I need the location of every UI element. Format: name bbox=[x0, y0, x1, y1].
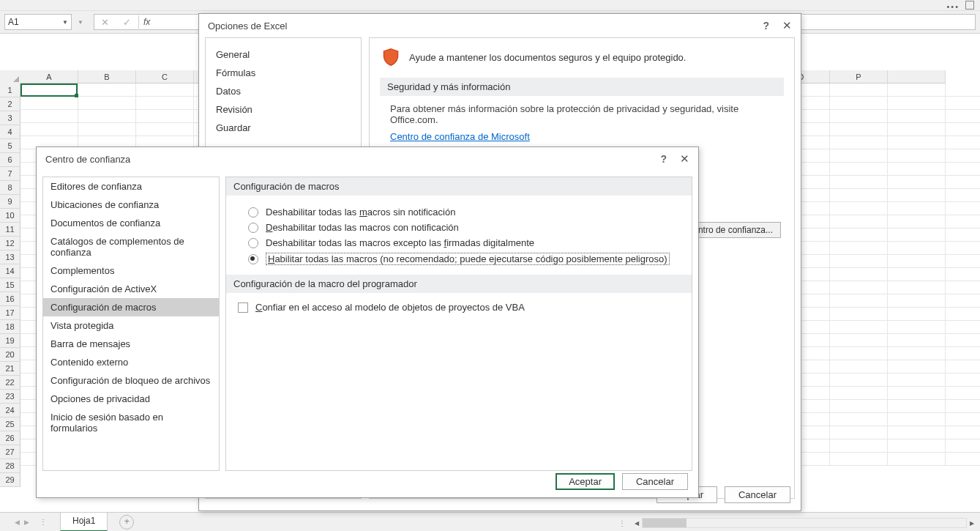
row-header[interactable]: 4 bbox=[0, 125, 20, 139]
prev-sheet-icon[interactable]: ◀ bbox=[15, 519, 20, 526]
cell[interactable] bbox=[946, 189, 980, 202]
cell[interactable] bbox=[888, 281, 946, 294]
cell[interactable] bbox=[830, 149, 888, 163]
trust-cancel-button[interactable]: Cancelar bbox=[622, 473, 688, 490]
cell[interactable] bbox=[136, 97, 194, 110]
cell[interactable] bbox=[830, 439, 888, 453]
row-header[interactable]: 10 bbox=[0, 209, 20, 223]
cell[interactable] bbox=[830, 321, 888, 334]
cell[interactable] bbox=[830, 163, 888, 176]
name-box[interactable]: A1 ▼ bbox=[4, 14, 72, 30]
trust-nav-item[interactable]: Vista protegida bbox=[43, 316, 219, 335]
cell[interactable] bbox=[946, 360, 980, 374]
more-icon[interactable]: ••• bbox=[946, 2, 960, 11]
cell[interactable] bbox=[946, 374, 980, 387]
cell[interactable] bbox=[888, 453, 946, 466]
cell[interactable] bbox=[946, 453, 980, 466]
cell[interactable] bbox=[888, 426, 946, 439]
cell[interactable] bbox=[830, 334, 888, 347]
scroll-menu-icon[interactable]: ⋮ bbox=[618, 519, 626, 527]
row-header[interactable]: 21 bbox=[0, 362, 20, 376]
cell[interactable] bbox=[888, 294, 946, 308]
cell[interactable] bbox=[946, 347, 980, 360]
cell[interactable] bbox=[20, 83, 78, 97]
row-header[interactable]: 28 bbox=[0, 459, 20, 473]
cell[interactable] bbox=[830, 400, 888, 413]
column-header[interactable]: P bbox=[830, 70, 888, 83]
row-header[interactable]: 25 bbox=[0, 417, 20, 431]
cell[interactable] bbox=[830, 136, 888, 149]
cell[interactable] bbox=[830, 110, 888, 123]
next-sheet-icon[interactable]: ▶ bbox=[24, 519, 29, 526]
row-header[interactable]: 5 bbox=[0, 139, 20, 153]
cell[interactable] bbox=[830, 97, 888, 110]
row-header[interactable]: 8 bbox=[0, 181, 20, 195]
cell[interactable] bbox=[946, 387, 980, 400]
cell[interactable] bbox=[946, 97, 980, 110]
row-header[interactable]: 3 bbox=[0, 111, 20, 125]
tab-menu-icon[interactable]: ⋮ bbox=[40, 518, 47, 526]
cell[interactable] bbox=[888, 439, 946, 453]
cell[interactable] bbox=[888, 347, 946, 360]
trust-nav-item[interactable]: Configuración de ActiveX bbox=[43, 280, 219, 298]
trust-nav-item[interactable]: Configuración de macros bbox=[43, 298, 219, 316]
cell[interactable] bbox=[136, 83, 194, 97]
cell[interactable] bbox=[946, 268, 980, 281]
cell[interactable] bbox=[888, 242, 946, 255]
cell[interactable] bbox=[830, 374, 888, 387]
trust-center-link[interactable]: Centro de confianza de Microsoft bbox=[390, 131, 530, 142]
cell[interactable] bbox=[946, 413, 980, 426]
cell[interactable] bbox=[888, 110, 946, 123]
cell[interactable] bbox=[888, 374, 946, 387]
cell[interactable] bbox=[830, 123, 888, 136]
cell[interactable] bbox=[946, 294, 980, 308]
row-header[interactable]: 9 bbox=[0, 195, 20, 209]
checkbox-trust-vba-access[interactable]: Confiar en el acceso al modelo de objeto… bbox=[226, 293, 692, 320]
chevron-down-icon[interactable]: ▼ bbox=[62, 19, 68, 26]
cell[interactable] bbox=[830, 268, 888, 281]
cell[interactable] bbox=[830, 347, 888, 360]
cell[interactable] bbox=[888, 268, 946, 281]
cell[interactable] bbox=[946, 229, 980, 242]
cell[interactable] bbox=[888, 189, 946, 202]
cell[interactable] bbox=[888, 360, 946, 374]
trust-nav-item[interactable]: Documentos de confianza bbox=[43, 214, 219, 232]
cell[interactable] bbox=[946, 281, 980, 294]
row-header[interactable]: 19 bbox=[0, 334, 20, 348]
cell[interactable] bbox=[830, 360, 888, 374]
trust-nav-item[interactable]: Catálogos de complementos de confianza bbox=[43, 232, 219, 261]
row-header[interactable]: 18 bbox=[0, 320, 20, 334]
row-header[interactable]: 29 bbox=[0, 473, 20, 487]
cell[interactable] bbox=[946, 110, 980, 123]
cell[interactable] bbox=[946, 426, 980, 439]
row-header[interactable]: 26 bbox=[0, 431, 20, 445]
cell[interactable] bbox=[20, 97, 78, 110]
row-headers[interactable]: 1234567891011121314151617181920212223242… bbox=[0, 83, 20, 487]
cell[interactable] bbox=[946, 149, 980, 163]
cell[interactable] bbox=[830, 426, 888, 439]
options-cancel-button[interactable]: Cancelar bbox=[725, 486, 790, 503]
row-header[interactable]: 12 bbox=[0, 237, 20, 250]
cell[interactable] bbox=[830, 242, 888, 255]
row-header[interactable]: 24 bbox=[0, 404, 20, 417]
cell[interactable] bbox=[888, 255, 946, 268]
add-sheet-button[interactable]: + bbox=[119, 515, 134, 530]
row-header[interactable]: 22 bbox=[0, 376, 20, 390]
select-all-corner[interactable] bbox=[0, 70, 21, 84]
cell[interactable] bbox=[888, 97, 946, 110]
options-nav-item[interactable]: Guardar bbox=[206, 119, 361, 137]
cell[interactable] bbox=[888, 83, 946, 97]
row-header[interactable]: 2 bbox=[0, 97, 20, 111]
scroll-left-icon[interactable]: ◀ bbox=[632, 520, 642, 527]
row-header[interactable]: 15 bbox=[0, 278, 20, 292]
cell[interactable] bbox=[20, 123, 78, 136]
cell[interactable] bbox=[830, 83, 888, 97]
cell[interactable] bbox=[888, 136, 946, 149]
row-header[interactable]: 17 bbox=[0, 306, 20, 320]
cell[interactable] bbox=[888, 202, 946, 215]
cell[interactable] bbox=[136, 110, 194, 123]
options-nav-item[interactable]: Revisión bbox=[206, 100, 361, 119]
cell[interactable] bbox=[830, 294, 888, 308]
column-header[interactable] bbox=[888, 70, 946, 83]
trust-nav-item[interactable]: Barra de mensajes bbox=[43, 335, 219, 353]
